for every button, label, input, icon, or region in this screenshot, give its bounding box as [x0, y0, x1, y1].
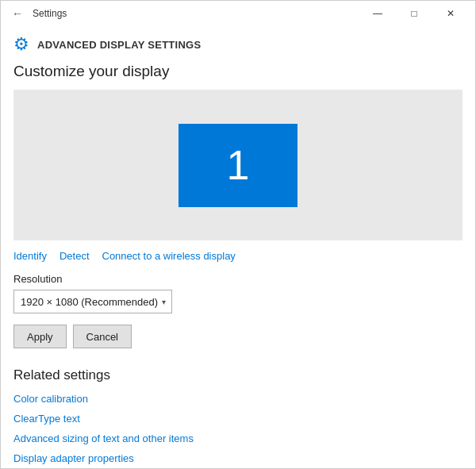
- title-bar-controls: — □ ✕: [359, 1, 469, 26]
- action-buttons-row: Apply Cancel: [13, 325, 463, 348]
- display-adapter-link[interactable]: Display adapter properties: [13, 452, 463, 464]
- display-preview-area: 1: [13, 90, 463, 240]
- resolution-select-wrapper: 1920 × 1080 (Recommended) 1680 × 1050 16…: [13, 290, 172, 313]
- advanced-sizing-link[interactable]: Advanced sizing of text and other items: [13, 432, 463, 444]
- section-title: Customize your display: [13, 63, 463, 80]
- cleartype-text-link[interactable]: ClearType text: [13, 413, 463, 425]
- settings-window: ← Settings — □ ✕ ⚙ ADVANCED DISPLAY SETT…: [0, 0, 476, 469]
- cancel-button[interactable]: Cancel: [73, 325, 132, 348]
- color-calibration-link[interactable]: Color calibration: [13, 393, 463, 405]
- wireless-display-link[interactable]: Connect to a wireless display: [102, 250, 236, 262]
- page-title: ADVANCED DISPLAY SETTINGS: [37, 39, 201, 51]
- maximize-button[interactable]: □: [396, 1, 432, 26]
- resolution-label: Resolution: [13, 273, 463, 285]
- resolution-select[interactable]: 1920 × 1080 (Recommended) 1680 × 1050 16…: [13, 290, 172, 313]
- monitor-preview: 1: [178, 124, 298, 207]
- close-button[interactable]: ✕: [432, 1, 469, 26]
- related-settings-title: Related settings: [13, 367, 463, 383]
- display-links-row: Identify Detect Connect to a wireless di…: [13, 250, 463, 262]
- title-bar-left: ← Settings: [7, 6, 67, 21]
- related-links-list: Color calibration ClearType text Advance…: [13, 393, 463, 464]
- back-button[interactable]: ←: [7, 6, 28, 21]
- apply-button[interactable]: Apply: [13, 325, 67, 348]
- identify-link[interactable]: Identify: [13, 250, 47, 262]
- main-content: Customize your display 1 Identify Detect…: [1, 63, 475, 468]
- title-bar: ← Settings — □ ✕: [1, 1, 475, 26]
- window-title: Settings: [33, 8, 67, 19]
- detect-link[interactable]: Detect: [60, 250, 90, 262]
- minimize-button[interactable]: —: [359, 1, 396, 26]
- settings-icon: ⚙: [13, 34, 29, 55]
- page-header: ⚙ ADVANCED DISPLAY SETTINGS: [1, 26, 475, 63]
- monitor-number: 1: [227, 141, 250, 189]
